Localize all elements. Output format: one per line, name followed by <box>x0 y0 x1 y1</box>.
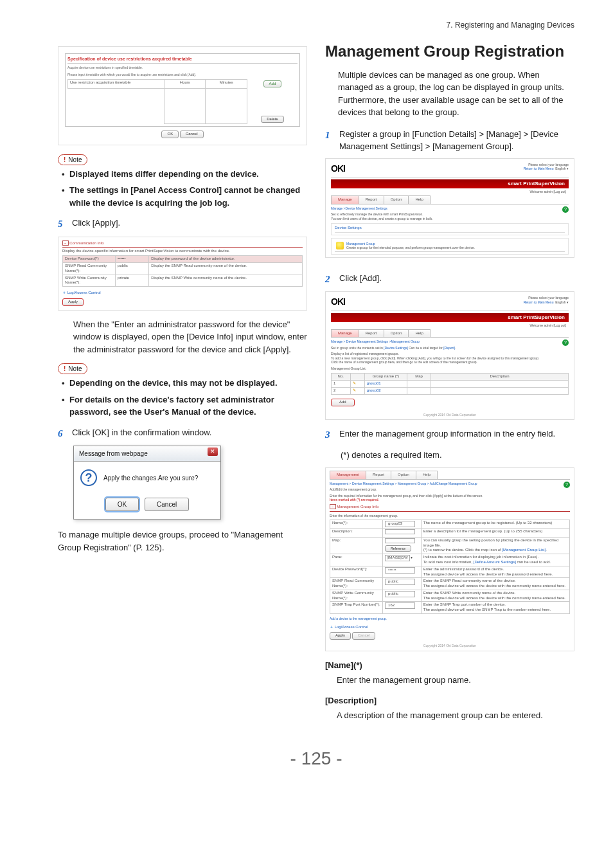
map-desc-a: You can visually grasp the setting posit… <box>423 538 559 547</box>
apply-button[interactable]: Apply <box>330 632 351 640</box>
tab-help[interactable]: Help <box>408 195 430 204</box>
tab-option[interactable]: Option <box>384 195 409 204</box>
b-l1c: Can be a total target for <box>408 346 443 350</box>
desc-input[interactable] <box>385 529 415 534</box>
reference-button[interactable]: Reference <box>385 545 411 552</box>
map-input[interactable] <box>385 538 415 543</box>
pane-desc-link[interactable]: [Define Amount Settings] <box>474 560 516 564</box>
breadcrumb[interactable]: Manage > Device Management Settings >Man… <box>331 339 420 343</box>
pane-desc-b: To add new cost information, <box>423 560 472 564</box>
tab-report[interactable]: Report <box>359 329 384 338</box>
lang-value[interactable]: English <box>555 167 565 170</box>
note1-item1: Displayed items differ depending on the … <box>62 168 307 181</box>
tab-help[interactable]: Help <box>416 471 438 479</box>
pane-desc-a: Indicate the cost information for displa… <box>423 555 538 559</box>
spv-bar: smart PrintSuperVision <box>331 179 569 188</box>
th-gn: Group name (*) <box>364 374 407 381</box>
note1-item2: The settings in [Panel Access Control] c… <box>62 184 307 209</box>
sr-desc-b: The assigned device will access the devi… <box>423 584 565 588</box>
r1-name[interactable]: group01 <box>364 381 407 388</box>
note2-item2: For details on the device's factory set … <box>62 393 307 419</box>
map-desc-b: (*) to narrow the device. Click the map … <box>423 548 501 552</box>
tab-help[interactable]: Help <box>408 329 430 338</box>
top-right-block: Please select your language Return to Ma… <box>524 296 569 304</box>
pane-select[interactable]: [IMAGE]DW <box>385 555 410 561</box>
tab-row: Manage Report Option Help <box>331 195 569 204</box>
device-settings-link[interactable]: Device Settings <box>335 226 565 233</box>
breadcrumb: Management > Device Management Settings … <box>330 482 477 485</box>
th-map: Map <box>407 374 431 381</box>
ok-button[interactable]: OK <box>161 131 179 138</box>
sw-input[interactable]: public <box>385 591 415 597</box>
return-link[interactable]: Return to Main Menu <box>524 300 554 304</box>
dialog-title: Message from webpage <box>79 450 148 457</box>
add-button[interactable]: Add <box>263 80 282 88</box>
add-device-link[interactable]: Add a device to the management group. <box>330 617 570 621</box>
cancel-button[interactable]: Cancel <box>180 131 204 138</box>
sw-label: SNMP Write Community Name(*): <box>330 590 383 602</box>
delete-button[interactable]: Delete <box>261 116 283 123</box>
b-l1b[interactable]: [Device Settings] <box>384 346 408 350</box>
header-path: 7. Registering and Managing Devices <box>58 19 574 31</box>
screenshot-group-form: Management Report Option Help ?Managemen… <box>325 467 574 651</box>
r2-name[interactable]: group02 <box>364 387 407 394</box>
plus-icon[interactable]: ＋ <box>62 291 66 294</box>
dialog-ok-button[interactable]: OK <box>105 498 139 511</box>
step-3: 3 Enter the management group information… <box>325 428 574 442</box>
confirm-dialog: Message from webpage ✕ ? Apply the chang… <box>73 446 221 520</box>
step-6: 6 Click [OK] in the confirmation window. <box>58 426 307 441</box>
tab-row: Manage Report Option Help <box>331 329 569 338</box>
step-3-text: Enter the management group information i… <box>339 428 574 440</box>
help-icon[interactable]: ? <box>564 482 570 488</box>
tab-manage[interactable]: Manage <box>331 329 359 338</box>
log-access-control-link[interactable]: Log/Access Control <box>67 291 101 294</box>
breadcrumb[interactable]: Manage >Device Management Settings <box>331 206 387 210</box>
tab-report[interactable]: Report <box>366 471 391 479</box>
group-icon <box>336 242 344 249</box>
return-link[interactable]: Return to Main Menu <box>524 167 554 170</box>
page-number: - 125 - <box>58 745 574 772</box>
left-column: Specification of device use restrictions… <box>58 42 307 727</box>
b-l1a: Set in group units the contents set in <box>331 346 383 350</box>
row1-desc: Display the password of the device admin… <box>149 256 303 263</box>
edit-icon[interactable]: ✎ <box>350 381 364 388</box>
tab-option[interactable]: Option <box>384 329 409 338</box>
section-name-heading: [Name](*) <box>325 659 574 672</box>
edit-icon[interactable]: ✎ <box>350 387 364 394</box>
note2-item1: Depending on the device, this may not be… <box>62 377 307 390</box>
b-l1d[interactable]: [Report] <box>443 346 455 350</box>
log-access-control-link[interactable]: Log/Access Control <box>335 625 368 629</box>
dialog-cancel-button[interactable]: Cancel <box>145 498 189 511</box>
dp-input[interactable]: •••••• <box>385 567 415 574</box>
copyright: Copyright 2014 Oki Data Corporation <box>330 640 570 648</box>
comm-section-title: Communication Info <box>69 241 103 245</box>
step-5-text: Click [Apply]. <box>72 217 307 230</box>
note-list-2: Depending on the device, this may not be… <box>58 377 307 419</box>
table-row: 1 ✎ group01 <box>332 381 569 388</box>
help-icon[interactable]: ? <box>562 339 569 346</box>
intro-para: Multiple devices can be managed as one g… <box>325 69 574 119</box>
tab-report[interactable]: Report <box>359 195 384 204</box>
tab-manage[interactable]: Management <box>330 471 366 479</box>
close-icon[interactable]: ✕ <box>208 448 218 456</box>
map-desc-link[interactable]: [Management Group List] <box>502 548 546 552</box>
screenshot-mgmt-settings: OKI Please select your language Return t… <box>325 158 574 258</box>
step-2-num: 2 <box>325 272 334 287</box>
tab-option[interactable]: Option <box>391 471 416 479</box>
sr-input[interactable]: public <box>385 579 415 585</box>
help-icon[interactable]: ? <box>562 206 569 213</box>
comm-table: Device Password(*)••••••Display the pass… <box>62 255 303 287</box>
tp-input[interactable]: 162 <box>385 602 415 609</box>
add-button[interactable]: Add <box>331 399 355 406</box>
bottom-para-left: To manage multiple device groups, procee… <box>58 529 307 554</box>
note-list-1: Displayed items differ depending on the … <box>58 168 307 210</box>
apply-button[interactable]: Apply <box>62 298 84 306</box>
row3-label: SNMP Write Community Name(*): <box>63 275 116 287</box>
name-input[interactable]: group03 <box>385 521 415 527</box>
lang-value[interactable]: English <box>555 300 565 304</box>
col-hours: Hours <box>164 80 206 89</box>
tp-desc-a: Enter the SNMP Trap port number of the d… <box>423 602 506 606</box>
tab-manage[interactable]: Manage <box>331 195 359 204</box>
cancel-button[interactable]: Cancel <box>352 632 376 640</box>
plus-icon[interactable]: ＋ <box>330 625 333 629</box>
